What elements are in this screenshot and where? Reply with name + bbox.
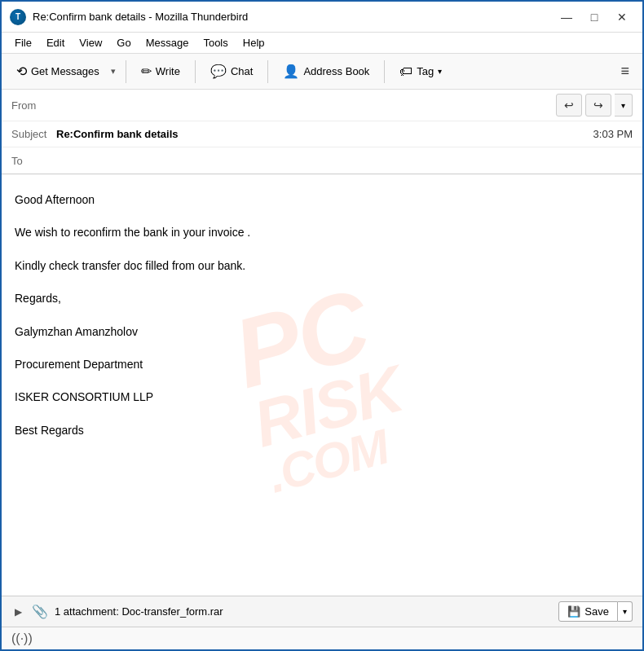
next-message-button[interactable]: ↪: [585, 94, 611, 117]
body-greeting: Good Afternoon: [15, 191, 629, 209]
write-button[interactable]: ✏ Write: [133, 59, 188, 83]
attachment-label: 1 attachment: Doc-transfer_form.rar: [55, 605, 223, 618]
get-messages-group: ⟲ Get Messages ▾: [8, 59, 119, 83]
chat-label: Chat: [231, 65, 253, 77]
tag-icon: 🏷: [399, 64, 412, 79]
body-line2: Kindly check transfer doc filled from ou…: [15, 257, 629, 275]
menu-edit[interactable]: Edit: [40, 34, 71, 51]
save-icon: 💾: [567, 605, 580, 618]
get-messages-button[interactable]: ⟲ Get Messages: [8, 59, 108, 83]
to-label: To: [11, 155, 56, 167]
get-messages-dropdown[interactable]: ▾: [108, 59, 119, 83]
wifi-icon: ((·)): [11, 631, 33, 646]
body-line1: We wish to reconfirm the bank in your in…: [15, 223, 629, 241]
email-time: 3:03 PM: [593, 128, 633, 140]
body-dept: Procurement Department: [15, 355, 629, 373]
close-button[interactable]: ✕: [610, 7, 634, 27]
title-bar: T Re:Confirm bank details - Mozilla Thun…: [2, 2, 642, 33]
chat-icon: 💬: [210, 64, 227, 79]
body-regards: Regards,: [15, 289, 629, 307]
toolbar-sep-4: [384, 60, 385, 83]
save-group: 💾 Save ▾: [558, 601, 633, 622]
status-bar: ((·)): [2, 627, 642, 649]
address-book-icon: 👤: [283, 64, 299, 79]
body-best-regards: Best Regards: [15, 421, 629, 439]
save-dropdown-button[interactable]: ▾: [618, 601, 633, 622]
attachment-expand-button[interactable]: ▶: [11, 605, 25, 619]
from-label: From: [11, 99, 56, 112]
nav-dropdown-button[interactable]: ▾: [615, 94, 633, 117]
minimize-button[interactable]: —: [554, 7, 579, 27]
menu-help[interactable]: Help: [236, 34, 271, 51]
title-bar-left: T Re:Confirm bank details - Mozilla Thun…: [10, 9, 248, 25]
tag-dropdown-icon: ▾: [438, 67, 442, 76]
toolbar-sep-2: [195, 60, 196, 83]
attachment-bar: ▶ 📎 1 attachment: Doc-transfer_form.rar …: [2, 596, 642, 627]
menu-view[interactable]: View: [73, 34, 108, 51]
email-header: From ↩ ↪ ▾ Subject Re:Confirm bank detai…: [2, 90, 642, 174]
menu-go[interactable]: Go: [110, 34, 137, 51]
menu-tools[interactable]: Tools: [196, 34, 234, 51]
body-company: ISKER CONSORTIUM LLP: [15, 388, 629, 406]
toolbar-sep-1: [126, 60, 126, 83]
get-messages-label: Get Messages: [31, 65, 99, 77]
save-button[interactable]: 💾 Save: [558, 601, 618, 622]
nav-buttons: ↩ ↪ ▾: [556, 94, 633, 117]
subject-value: Re:Confirm bank details: [56, 128, 593, 140]
attachment-left: ▶ 📎 1 attachment: Doc-transfer_form.rar: [11, 604, 223, 619]
save-label: Save: [584, 605, 609, 618]
app-logo: T: [10, 9, 26, 25]
email-body: PC RISK .COM Good Afternoon We wish to r…: [2, 174, 642, 596]
tag-label: Tag: [417, 65, 434, 77]
from-row: From ↩ ↪ ▾: [2, 90, 642, 121]
subject-label: Subject: [11, 128, 56, 140]
write-label: Write: [156, 65, 180, 77]
menu-message[interactable]: Message: [139, 34, 196, 51]
attachment-icon: 📎: [32, 604, 48, 619]
prev-message-button[interactable]: ↩: [556, 94, 582, 117]
to-row: To: [2, 147, 642, 174]
subject-row: Subject Re:Confirm bank details 3:03 PM: [2, 121, 642, 147]
address-book-button[interactable]: 👤 Address Book: [275, 59, 377, 83]
tag-button[interactable]: 🏷 Tag ▾: [391, 60, 450, 83]
chat-button[interactable]: 💬 Chat: [202, 59, 261, 83]
hamburger-menu-button[interactable]: ≡: [614, 59, 636, 84]
menu-bar: File Edit View Go Message Tools Help: [2, 33, 642, 54]
address-book-label: Address Book: [303, 65, 369, 77]
maximize-button[interactable]: □: [582, 7, 607, 27]
toolbar-sep-3: [267, 60, 268, 83]
main-window: T Re:Confirm bank details - Mozilla Thun…: [0, 0, 644, 651]
menu-file[interactable]: File: [8, 34, 38, 51]
toolbar: ⟲ Get Messages ▾ ✏ Write 💬 Chat 👤 Addres…: [2, 54, 642, 90]
write-icon: ✏: [141, 64, 152, 79]
body-name: Galymzhan Amanzholov: [15, 323, 629, 341]
window-title: Re:Confirm bank details - Mozilla Thunde…: [33, 11, 248, 23]
window-controls: — □ ✕: [554, 7, 634, 27]
get-messages-icon: ⟲: [16, 64, 27, 79]
